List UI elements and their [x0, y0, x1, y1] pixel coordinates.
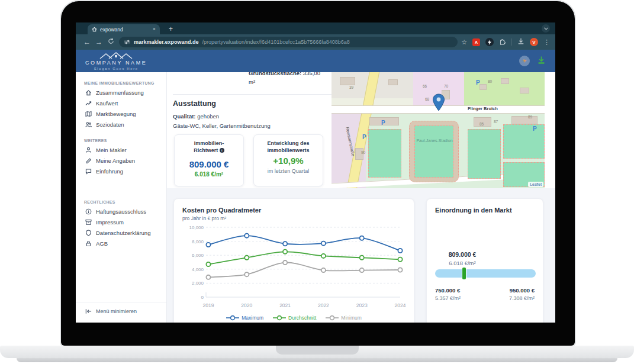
trending-up-icon [85, 100, 92, 107]
legend-item-maximum[interactable]: Maximum [226, 315, 263, 321]
sidebar-item-mein-makler[interactable]: Mein Makler [76, 144, 166, 155]
market-title: Einordnung in den Markt [435, 207, 535, 214]
sidebar-item-impressum[interactable]: Impressum [76, 217, 166, 227]
market-max: 950.000 € 7.308 €/m² [509, 286, 535, 303]
panel-divider [173, 94, 332, 95]
downloads-button[interactable] [517, 37, 524, 47]
richtwert-value: 809.000 € [177, 159, 241, 169]
chart-legend: MaximumDurchschnittMinimum [182, 315, 405, 321]
map-house-number: 90 [361, 150, 365, 154]
sidebar-item-einfuehrung[interactable]: Einführung [76, 166, 166, 176]
url-domain: markmakler.expowand.de [134, 39, 199, 45]
main-content: Grundstücksfläche: 335,00 m² Ausstattung… [167, 72, 555, 323]
sidebar-item-soziodaten[interactable]: Soziodaten [76, 119, 166, 130]
map-parking-icon: P [476, 79, 480, 86]
richtwert-title-line1: Immobilien- [194, 140, 224, 146]
back-button[interactable]: ← [81, 38, 93, 46]
market-current-per-sqm: 6.018 €/m² [430, 260, 495, 266]
reload-icon [108, 38, 114, 44]
chevron-down-icon [543, 25, 548, 30]
svg-text:2021: 2021 [279, 302, 291, 308]
leaflet-attribution-link[interactable]: Leaflet [528, 182, 543, 187]
extensions-puzzle-icon[interactable] [499, 37, 506, 47]
legend-marker-icon [226, 315, 239, 321]
sidebar-item-agb[interactable]: AGB [76, 238, 166, 249]
legend-marker-icon [273, 315, 286, 321]
sidebar-section-rechtliches: RECHTLICHES [84, 200, 166, 204]
map-house-number: 66 [423, 84, 427, 88]
sidebar-item-kaufwert[interactable]: Kaufwert [76, 98, 166, 108]
legend-item-durchschnitt[interactable]: Durchschnitt [273, 315, 316, 321]
sidebar-minimize-button[interactable]: Menü minimieren [76, 302, 166, 323]
market-current-value: 809.000 € 6.018 €/m² [430, 251, 495, 266]
svg-text:6,000: 6,000 [192, 253, 204, 258]
legend-item-minimum[interactable]: Minimum [326, 315, 361, 321]
sidebar-item-label: Haftungsausschluss [96, 208, 146, 215]
richtwert-per-sqm: 6.018 €/m² [177, 171, 241, 178]
svg-text:10,000: 10,000 [189, 225, 204, 230]
site-settings-icon [124, 40, 130, 44]
laptop-base-lip [17, 358, 617, 362]
collapse-left-icon [85, 308, 92, 314]
bookmark-star-icon[interactable]: ☆ [461, 38, 467, 46]
svg-text:2022: 2022 [318, 302, 329, 308]
download-icon [517, 38, 524, 45]
header-download-button[interactable] [537, 56, 546, 67]
archive-icon [85, 219, 92, 226]
map-building [340, 77, 355, 85]
svg-text:2020: 2020 [241, 302, 252, 308]
home-favicon-icon [92, 27, 97, 32]
tab-search-chevron-button[interactable] [542, 24, 550, 33]
browser-tab[interactable]: expowand × [88, 24, 160, 34]
tab-strip: expowand × + [76, 22, 555, 34]
map-pin-icon[interactable] [432, 94, 445, 111]
sidebar-item-datenschutz[interactable]: Datenschutzerklärung [76, 227, 166, 238]
puzzle-icon [499, 38, 506, 45]
dark-extension-icon[interactable] [485, 38, 494, 46]
sidebar-minimize-label: Menü minimieren [96, 308, 137, 314]
pdf-extension-icon[interactable]: A [472, 38, 480, 46]
company-name: COMPANY NAME [85, 60, 147, 66]
sidebar-item-meine-angaben[interactable]: Meine Angaben [76, 155, 166, 166]
map-building [388, 79, 398, 85]
company-logo[interactable]: COMPANY NAME Slogan Goes Here [85, 51, 147, 70]
sidebar-item-label: Soziodaten [96, 121, 124, 128]
map-house-number: 87 [494, 120, 498, 124]
development-caption: im letzten Quartal [256, 168, 320, 174]
address-bar[interactable]: markmakler.expowand.de/propertyvaluation… [119, 37, 458, 47]
theme-toggle-button[interactable]: ☀ [519, 56, 530, 66]
features-list: Gäste-WC, Keller, Gartenmitbenutzung [173, 123, 271, 129]
person-icon [85, 147, 92, 153]
sidebar-item-label: Meine Angaben [96, 157, 135, 164]
chart-card: Kosten pro Quadratmeter pro Jahr in € pr… [173, 198, 414, 323]
tab-close-icon[interactable]: × [153, 27, 156, 32]
market-current-price: 809.000 € [430, 251, 495, 258]
features-title: Ausstattung [173, 99, 216, 108]
menu-kebab-icon[interactable]: ⋮ [543, 38, 550, 46]
map-street-label-main: Flinger Broich [468, 106, 498, 111]
development-card: Entwicklung des Immobilienwerts +10,9% i… [253, 134, 323, 186]
map-pitch [368, 129, 401, 178]
info-icon[interactable]: i [220, 148, 224, 153]
development-value: +10,9% [256, 156, 320, 166]
reload-button[interactable] [105, 38, 117, 46]
forward-button[interactable]: → [93, 38, 105, 46]
chart-title: Kosten pro Quadratmeter [182, 207, 405, 214]
quality-label: Qualität: [173, 113, 196, 120]
map[interactable]: Paul-Janes-Stadion Flinger Broich Rosmar… [332, 72, 545, 188]
richtwert-title-line2: Richtwert [194, 147, 218, 153]
market-range-track [435, 269, 536, 278]
legend-marker-icon [326, 315, 339, 321]
sidebar-item-zusammenfassung[interactable]: Zusammenfassung [76, 87, 166, 98]
sidebar-item-marktbewegung[interactable]: Marktbewegung [76, 108, 166, 119]
profile-avatar[interactable]: V [530, 38, 538, 46]
sun-icon: ☀ [522, 58, 527, 64]
sidebar-item-label: Kaufwert [96, 100, 118, 107]
legend-label: Minimum [341, 315, 361, 321]
new-tab-button[interactable]: + [166, 25, 175, 34]
development-title-line1: Entwicklung des [267, 140, 309, 146]
sidebar-item-haftungsausschluss[interactable]: Haftungsausschluss [76, 206, 166, 217]
chart-subtitle: pro Jahr in € pro m² [182, 215, 405, 221]
map-building [501, 78, 509, 84]
market-min-per-sqm: 5.357 €/m² [435, 295, 461, 303]
